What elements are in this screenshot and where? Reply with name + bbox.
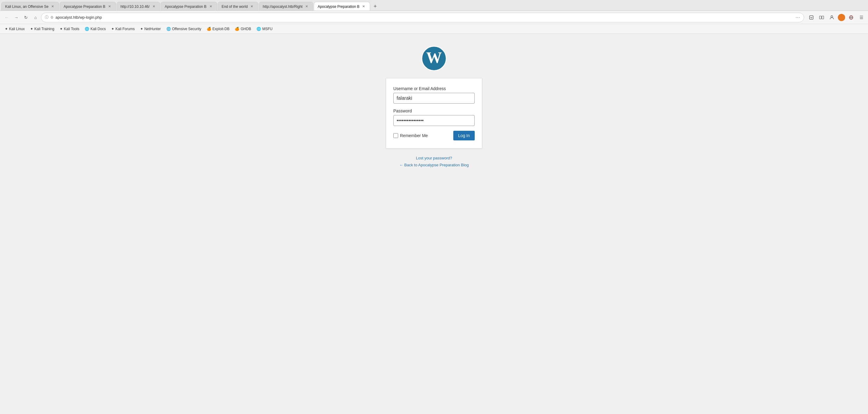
tab-title: http://10.10.10.46/ xyxy=(121,4,150,9)
form-actions-row: Remember Me Log In xyxy=(393,131,475,140)
bookmark-icon-bm4: 🌐 xyxy=(85,27,89,31)
password-label: Password xyxy=(393,108,475,113)
tab-close-tab2[interactable]: ✕ xyxy=(107,4,112,9)
page-content: W Username or Email Address Password Rem… xyxy=(0,34,868,414)
username-input[interactable] xyxy=(393,93,475,104)
bookmark-icon-bm5: ✦ xyxy=(111,27,114,31)
bookmark-icon-bm9: 🍊 xyxy=(235,27,239,31)
browser-tab-tab3[interactable]: http://10.10.10.46/ ✕ xyxy=(117,2,160,11)
bookmarks-bar: ✦ Kali Linux ✦ Kali Training ✦ Kali Tool… xyxy=(0,24,868,34)
address-bar[interactable]: ⓘ ⚙ apocalyst.htb/wp-login.php ⋯ xyxy=(41,13,804,22)
menu-button[interactable]: ☰ xyxy=(857,13,866,22)
more-options-icon[interactable]: ⋯ xyxy=(795,14,800,20)
account-button[interactable] xyxy=(828,13,836,22)
login-button[interactable]: Log In xyxy=(453,131,475,140)
login-form-container: Username or Email Address Password Remem… xyxy=(386,78,482,149)
password-input[interactable] xyxy=(393,115,475,126)
browser-tab-tab4[interactable]: Apocalypse Preparation B ✕ xyxy=(161,2,217,11)
bookmark-label-bm6: NetHunter xyxy=(144,27,161,31)
bookmark-icon-bm10: 🌐 xyxy=(256,27,261,31)
bookmark-label-bm10: MSFU xyxy=(262,27,273,31)
bookmark-label-bm3: Kali Tools xyxy=(64,27,79,31)
tab-title: End of the world xyxy=(221,4,248,9)
bookmark-icon-bm1: ✦ xyxy=(5,27,8,31)
tab-close-tab3[interactable]: ✕ xyxy=(151,4,156,9)
tab-close-tab5[interactable]: ✕ xyxy=(250,4,254,9)
tab-close-tab7[interactable]: ✕ xyxy=(361,4,366,9)
remember-me-checkbox[interactable] xyxy=(393,133,398,138)
tab-title: http://apocalyst.htb/Right xyxy=(263,4,303,9)
bookmark-icon-bm8: 🍊 xyxy=(207,27,211,31)
bookmark-label-bm1: Kali Linux xyxy=(9,27,25,31)
home-button[interactable]: ⌂ xyxy=(31,13,40,22)
password-group: Password xyxy=(393,108,475,126)
bookmark-label-bm4: Kali Docs xyxy=(90,27,106,31)
svg-rect-2 xyxy=(822,16,824,19)
forward-button[interactable]: → xyxy=(12,13,21,22)
remember-me-label[interactable]: Remember Me xyxy=(393,133,428,138)
bookmark-icon-bm6: ✦ xyxy=(140,27,143,31)
tab-close-tab4[interactable]: ✕ xyxy=(208,4,213,9)
browser-tab-tab1[interactable]: Kali Linux, an Offensive Se ✕ xyxy=(1,2,59,11)
tab-title: Apocalypse Preparation B xyxy=(64,4,105,9)
svg-rect-1 xyxy=(819,16,821,19)
avatar-button[interactable] xyxy=(838,14,845,21)
bookmark-bm8[interactable]: 🍊 Exploit-DB xyxy=(204,26,232,32)
tab-close-tab6[interactable]: ✕ xyxy=(304,4,309,9)
lost-password-link[interactable]: Lost your password? xyxy=(399,156,469,160)
bookmark-bm9[interactable]: 🍊 GHDB xyxy=(232,26,253,32)
bookmark-icon-bm2: ✦ xyxy=(30,27,33,31)
lock-icon: ⚙ xyxy=(50,15,54,20)
bookmark-bm1[interactable]: ✦ Kali Linux xyxy=(2,26,27,32)
refresh-button[interactable]: ↻ xyxy=(22,13,30,22)
bookmark-bm2[interactable]: ✦ Kali Training xyxy=(28,26,57,32)
bookmark-label-bm5: Kali Forums xyxy=(116,27,135,31)
nav-icons: ☰ xyxy=(807,13,866,22)
tab-title: Apocalypse Preparation B xyxy=(318,4,360,9)
address-text: apocalyst.htb/wp-login.php xyxy=(56,15,794,20)
wordpress-logo: W xyxy=(421,46,447,78)
tab-close-tab1[interactable]: ✕ xyxy=(50,4,55,9)
nav-bar: ← → ↻ ⌂ ⓘ ⚙ apocalyst.htb/wp-login.php ⋯… xyxy=(0,11,868,24)
browser-tab-tab2[interactable]: Apocalypse Preparation B ✕ xyxy=(60,2,116,11)
browser-window: Kali Linux, an Offensive Se ✕ Apocalypse… xyxy=(0,0,868,414)
info-icon: ⓘ xyxy=(45,15,49,20)
new-tab-button[interactable]: + xyxy=(371,2,380,11)
bookmark-label-bm9: GHDB xyxy=(241,27,251,31)
bookmark-bm5[interactable]: ✦ Kali Forums xyxy=(109,26,137,32)
browser-tab-tab5[interactable]: End of the world ✕ xyxy=(218,2,258,11)
sports-button[interactable] xyxy=(847,13,855,22)
username-label: Username or Email Address xyxy=(393,86,475,91)
bookmark-label-bm2: Kali Training xyxy=(34,27,54,31)
reader-view-button[interactable] xyxy=(817,13,826,22)
bookmark-bm3[interactable]: ✦ Kali Tools xyxy=(57,26,82,32)
tab-bar: Kali Linux, an Offensive Se ✕ Apocalypse… xyxy=(0,0,868,11)
pocket-button[interactable] xyxy=(807,13,815,22)
bookmark-bm6[interactable]: ✦ NetHunter xyxy=(138,26,163,32)
remember-me-text: Remember Me xyxy=(400,133,428,138)
bookmark-bm4[interactable]: 🌐 Kali Docs xyxy=(82,26,108,32)
bookmark-label-bm8: Exploit-DB xyxy=(213,27,230,31)
bookmark-label-bm7: Offensive Security xyxy=(172,27,201,31)
back-button[interactable]: ← xyxy=(2,13,11,22)
form-links: Lost your password? ← Back to Apocalypse… xyxy=(399,156,469,170)
svg-rect-0 xyxy=(809,16,813,19)
bookmark-bm10[interactable]: 🌐 MSFU xyxy=(254,26,275,32)
browser-tab-tab6[interactable]: http://apocalyst.htb/Right ✕ xyxy=(259,2,313,11)
tab-title: Kali Linux, an Offensive Se xyxy=(5,4,49,9)
svg-point-3 xyxy=(831,16,833,18)
bookmark-bm7[interactable]: 🌐 Offensive Security xyxy=(164,26,204,32)
back-to-blog-link[interactable]: ← Back to Apocalypse Preparation Blog xyxy=(399,163,469,167)
username-group: Username or Email Address xyxy=(393,86,475,104)
tab-title: Apocalypse Preparation B xyxy=(164,4,207,9)
browser-tab-tab7[interactable]: Apocalypse Preparation B ✕ xyxy=(314,2,370,11)
svg-text:W: W xyxy=(426,49,442,66)
bookmark-icon-bm7: 🌐 xyxy=(166,27,171,31)
bookmark-icon-bm3: ✦ xyxy=(60,27,63,31)
